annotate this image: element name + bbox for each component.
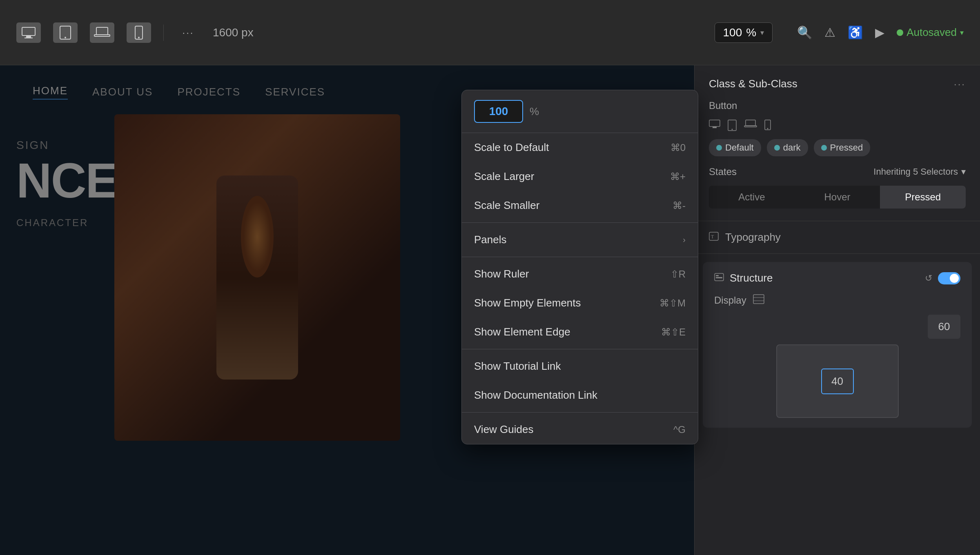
svg-rect-2 (24, 38, 33, 38)
svg-text:T: T (711, 234, 714, 240)
menu-item-view-guides-shortcut: ^G (673, 424, 686, 435)
number-box-40[interactable]: 40 (821, 369, 854, 394)
svg-rect-21 (716, 277, 722, 278)
class-tag-dark-label: dark (783, 142, 801, 153)
structure-header: Structure ↺ (714, 272, 960, 284)
states-row: States Inheriting 5 Selectors ▾ (709, 166, 966, 178)
menu-item-empty-elements-label: Show Empty Elements (474, 297, 581, 309)
menu-item-scale-smaller-label: Scale Smaller (474, 199, 539, 212)
inheriting-label: Inheriting 5 Selectors (873, 166, 958, 177)
accessibility-icon[interactable]: ♿ (848, 25, 863, 40)
svg-point-16 (767, 128, 768, 129)
mobile-icon[interactable] (127, 22, 151, 43)
zoom-value: 100 (723, 26, 742, 39)
typography-label: Typography (725, 231, 781, 244)
typography-row: T Typography (695, 221, 980, 254)
dropdown-menu: 100 % Scale to Default ⌘0 Scale Larger ⌘… (461, 90, 698, 444)
menu-item-scale-larger-shortcut: ⌘+ (670, 171, 686, 182)
number-box-60[interactable]: 60 (928, 315, 960, 339)
menu-item-scale-larger-label: Scale Larger (474, 170, 534, 183)
inheriting-selectors[interactable]: Inheriting 5 Selectors ▾ (873, 166, 966, 177)
desktop-icon[interactable] (16, 22, 41, 43)
autosaved-chevron-icon: ▾ (960, 28, 964, 37)
zoom-percent-label: % (530, 105, 539, 118)
class-tag-default[interactable]: Default (709, 139, 761, 156)
menu-item-scale-smaller-shortcut: ⌘- (673, 200, 686, 211)
svg-rect-0 (22, 27, 35, 36)
zoom-input-row: 100 % (462, 90, 698, 133)
state-tab-hover[interactable]: Hover (795, 186, 880, 209)
menu-item-tutorial-label: Show Tutorial Link (474, 360, 561, 373)
menu-item-panels[interactable]: Panels › (462, 225, 698, 254)
state-tab-pressed[interactable]: Pressed (880, 186, 966, 209)
device-icons-row (709, 120, 966, 131)
play-icon[interactable]: ▶ (875, 25, 884, 40)
menu-item-ruler-label: Show Ruler (474, 268, 529, 280)
class-subclass-title: Class & Sub-Class (709, 78, 797, 90)
button-label: Button (709, 100, 966, 111)
more-icon[interactable]: ··· (176, 22, 200, 43)
px-display: 1600 px (213, 26, 254, 39)
class-tag-dot-pressed (821, 145, 827, 151)
display-icon[interactable] (753, 294, 764, 306)
menu-item-empty-elements[interactable]: Show Empty Elements ⌘⇧M (462, 289, 698, 317)
menu-item-element-edge[interactable]: Show Element Edge ⌘⇧E (462, 317, 698, 346)
structure-title-row: Structure (714, 272, 773, 284)
laptop-small-icon (744, 120, 757, 129)
display-row: Display (714, 294, 960, 306)
structure-reset-icon[interactable]: ↺ (925, 273, 932, 284)
menu-item-panels-label: Panels (474, 233, 507, 246)
desktop-small-icon (709, 120, 720, 129)
menu-item-element-edge-label: Show Element Edge (474, 326, 570, 338)
state-tab-active[interactable]: Active (709, 186, 795, 209)
menu-item-element-edge-shortcut: ⌘⇧E (661, 326, 686, 338)
menu-item-documentation-link[interactable]: Show Documentation Link (462, 381, 698, 410)
svg-rect-13 (746, 120, 755, 126)
search-icon[interactable]: 🔍 (797, 25, 812, 40)
tablet-small-icon (728, 120, 737, 131)
svg-rect-22 (753, 295, 764, 304)
menu-item-scale-default-label: Scale to Default (474, 141, 549, 154)
menu-item-scale-larger[interactable]: Scale Larger ⌘+ (462, 162, 698, 191)
class-tag-pressed[interactable]: Pressed (814, 139, 871, 156)
class-tag-dot-dark (774, 145, 780, 151)
svg-point-4 (65, 37, 66, 38)
separator-1 (462, 222, 698, 223)
class-tag-dark[interactable]: dark (767, 139, 808, 156)
menu-item-empty-elements-shortcut: ⌘⇧M (659, 297, 686, 309)
menu-item-tutorial-link[interactable]: Show Tutorial Link (462, 352, 698, 381)
zoom-unit: % (746, 26, 756, 39)
svg-rect-9 (709, 120, 720, 127)
zoom-selector[interactable]: 100 % ▾ (715, 22, 773, 43)
number-box-40-wrapper: 40 (714, 344, 960, 418)
separator-3 (462, 349, 698, 349)
menu-item-scale-smaller[interactable]: Scale Smaller ⌘- (462, 191, 698, 220)
inheriting-chevron-icon: ▾ (961, 166, 966, 177)
number-boxes: 60 (714, 315, 960, 339)
menu-item-view-guides[interactable]: View Guides ^G (462, 415, 698, 444)
mobile-small-icon (764, 120, 771, 130)
svg-rect-5 (96, 27, 108, 35)
separator-4 (462, 412, 698, 413)
panel-more-icon[interactable]: ··· (954, 78, 966, 90)
toolbar-actions: 🔍 ⚠ ♿ ▶ Autosaved ▾ (797, 25, 964, 40)
right-panel: Class & Sub-Class ··· Button Default dar… (694, 65, 980, 555)
menu-item-ruler[interactable]: Show Ruler ⇧R (462, 260, 698, 289)
menu-item-scale-default[interactable]: Scale to Default ⌘0 (462, 133, 698, 162)
svg-rect-20 (716, 275, 719, 276)
structure-toggle[interactable] (938, 272, 960, 284)
class-subclass-header: Class & Sub-Class ··· (709, 78, 966, 90)
zoom-input[interactable]: 100 (474, 100, 523, 123)
svg-rect-10 (713, 127, 717, 128)
laptop-icon[interactable] (90, 22, 114, 43)
structure-title: Structure (730, 272, 773, 284)
separator-1 (163, 24, 164, 41)
autosaved-status: Autosaved ▾ (897, 26, 964, 39)
menu-item-ruler-shortcut: ⇧R (670, 269, 686, 280)
svg-rect-6 (94, 35, 110, 36)
tablet-icon[interactable] (53, 22, 78, 43)
warning-icon[interactable]: ⚠ (824, 25, 835, 40)
class-tag-dot-default (716, 145, 722, 151)
menu-item-documentation-label: Show Documentation Link (474, 389, 597, 402)
class-subclass-section: Class & Sub-Class ··· Button Default dar… (695, 65, 980, 221)
